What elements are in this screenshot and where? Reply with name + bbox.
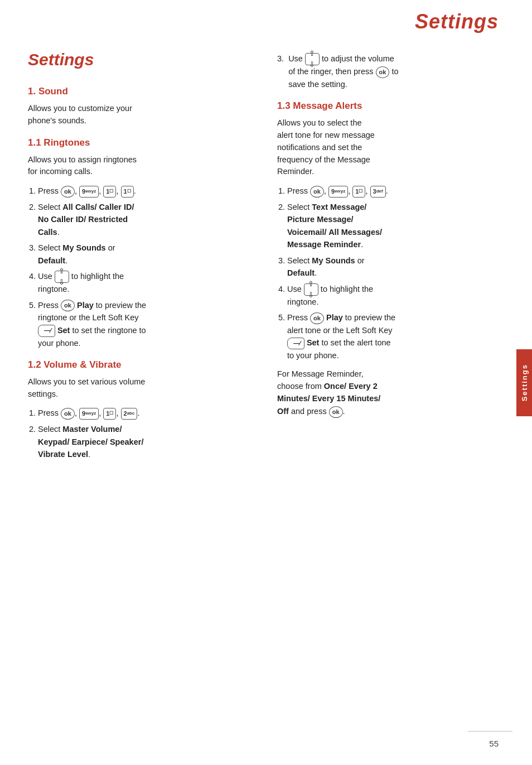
ok-key-msg-end: ok: [329, 406, 343, 418]
msg-step-4: Use ⇧⇩ to highlight theringtone.: [287, 283, 499, 309]
ringtones-step-4: Use ⇧⇩ to highlight theringtone.: [38, 270, 249, 296]
ok-key-vol-1: ok: [61, 408, 75, 420]
right-column: 3. Use ⇧⇩ to adjust the volume of the ri…: [266, 50, 499, 754]
section-ringtones-heading: 1.1 Ringtones: [28, 137, 249, 148]
nav-icon-vol-3: ⇧⇩: [305, 53, 320, 65]
key-1b-1: 1☐: [121, 186, 134, 198]
left-column: Settings 1. Sound Allows you to customiz…: [28, 50, 266, 754]
key-1-msg: 1☐: [352, 186, 365, 198]
header-banner: Settings: [0, 0, 532, 39]
header-title: Settings: [415, 10, 499, 33]
main-content: Settings 1. Sound Allows you to customiz…: [0, 39, 532, 765]
key-3def-msg: 3def: [370, 186, 386, 198]
bottom-rule: [468, 731, 512, 732]
ok-key-vol-3: ok: [376, 66, 390, 78]
msg-reminder-note: For Message Reminder, choose from Once/ …: [277, 368, 499, 418]
ok-key-2: ok: [61, 300, 75, 311]
key-9wxyz-msg: 9wxyz: [328, 186, 348, 198]
ringtones-steps: Press ok, 9wxyz, 1☐, 1☐. Select All Call…: [28, 185, 249, 349]
msg-step-2: Select Text Message/Picture Message/Voic…: [287, 201, 499, 251]
sidebar-tab-label: Settings: [520, 364, 529, 401]
section-msg-heading: 1.3 Message Alerts: [277, 100, 499, 112]
key-1a-1: 1☐: [103, 186, 116, 198]
vol-step3-block: 3. Use ⇧⇩ to adjust the volume of the ri…: [277, 52, 499, 90]
ringtones-step-1: Press ok, 9wxyz, 1☐, 1☐.: [38, 185, 249, 198]
msg-step-5: Press ok Play to preview the alert tone …: [287, 311, 499, 362]
ok-key-1: ok: [61, 186, 75, 198]
msg-step-3: Select My Sounds orDefault.: [287, 254, 499, 280]
section-sound-intro: Allows you to customize yourphone's soun…: [28, 103, 249, 127]
ringtones-step-2: Select All Calls/ Caller ID/No Caller ID…: [38, 201, 249, 238]
volume-step-2: Select Master Volume/Keypad/ Earpiece/ S…: [38, 423, 249, 460]
msg-step-1: Press ok, 9wxyz, 1☐, 3def.: [287, 185, 499, 198]
volume-step-1: Press ok, 9wxyz, 1☐, 2abc.: [38, 407, 249, 420]
nav-icon-msg-4: ⇧⇩: [304, 283, 318, 296]
set-key-msg-5: —∕: [287, 338, 304, 349]
nav-icon-1: ⇧⇩: [55, 271, 69, 283]
page-container: Settings Settings 1. Sound Allows you to…: [0, 0, 532, 765]
section-sound-heading: 1. Sound: [28, 86, 249, 97]
volume-steps: Press ok, 9wxyz, 1☐, 2abc. Select Master…: [28, 407, 249, 460]
msg-steps: Press ok, 9wxyz, 1☐, 3def. Select Text M…: [277, 185, 499, 362]
section-volume-intro: Allows you to set various volumesettings…: [28, 376, 249, 401]
sidebar-tab: Settings: [516, 349, 532, 416]
set-key-1: —∕: [38, 325, 55, 336]
ok-key-msg-5: ok: [310, 312, 324, 324]
key-9wxyz-vol: 9wxyz: [79, 408, 99, 420]
key-2abc-vol: 2abc: [121, 408, 138, 420]
page-number: 55: [489, 739, 499, 748]
section-volume-heading: 1.2 Volume & Vibrate: [28, 359, 249, 371]
ringtones-step-3: Select My Sounds orDefault.: [38, 242, 249, 267]
section-msg-intro: Allows you to select the alert tone for …: [277, 117, 499, 178]
page-heading: Settings: [28, 50, 249, 69]
key-1-vol: 1☐: [103, 408, 116, 420]
ringtones-step-5: Press ok Play to preview the ringtone or…: [38, 299, 249, 349]
key-9wxyz-1: 9wxyz: [79, 186, 99, 198]
section-ringtones-intro: Allows you to assign ringtonesfor incomi…: [28, 154, 249, 179]
ok-key-msg-1: ok: [310, 186, 324, 198]
